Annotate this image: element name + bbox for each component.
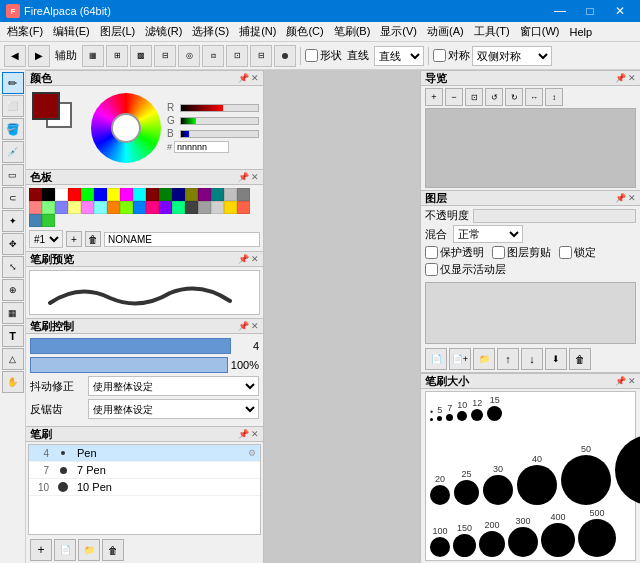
palette-cell[interactable] — [55, 188, 68, 201]
brush-size-item[interactable]: 100 — [430, 526, 450, 557]
palette-cell[interactable] — [133, 188, 146, 201]
brush-add-btn[interactable]: + — [30, 539, 52, 561]
toolbar-forward[interactable]: ▶ — [28, 45, 50, 67]
protect-transparency-cb[interactable]: 保护透明 — [425, 245, 484, 260]
color-close-btn[interactable]: ✕ — [251, 73, 259, 83]
antialias-select[interactable]: 使用整体设定 — [88, 399, 259, 419]
menu-edit[interactable]: 编辑(E) — [48, 23, 95, 40]
tool-eraser[interactable]: ⬜ — [2, 95, 24, 117]
brush-list-item[interactable]: 4 Pen ⚙ — [29, 445, 260, 462]
palette-cell[interactable] — [211, 201, 224, 214]
tool-magic[interactable]: ✦ — [2, 210, 24, 232]
toolbar-sym-check[interactable]: 对称 — [433, 48, 470, 63]
palette-cell[interactable] — [198, 188, 211, 201]
brush-new-btn[interactable]: 📄 — [54, 539, 76, 561]
maximize-button[interactable]: □ — [576, 0, 604, 22]
tool-hand[interactable]: ✋ — [2, 371, 24, 393]
lock-cb[interactable]: 锁定 — [559, 245, 596, 260]
palette-cell[interactable] — [29, 214, 42, 227]
brush-list-item[interactable]: 7 7 Pen — [29, 462, 260, 479]
palette-cell[interactable] — [94, 188, 107, 201]
hex-input[interactable]: nnnnnn — [174, 141, 229, 153]
palette-cell[interactable] — [198, 201, 211, 214]
nav-pin-btn[interactable]: 📌 — [615, 73, 626, 83]
brush-size-item[interactable]: 50 — [561, 444, 611, 505]
palette-cell[interactable] — [159, 188, 172, 201]
layer-up-btn[interactable]: ↑ — [497, 348, 519, 370]
palette-cell[interactable] — [29, 201, 42, 214]
menu-animate[interactable]: 动画(A) — [422, 23, 469, 40]
palette-cell[interactable] — [146, 201, 159, 214]
brush-list-item[interactable]: 10 10 Pen — [29, 479, 260, 496]
tool-fill[interactable]: 🪣 — [2, 118, 24, 140]
palette-cell[interactable] — [55, 201, 68, 214]
brush-size-item[interactable]: 30 — [483, 464, 513, 505]
palette-cell[interactable] — [172, 188, 185, 201]
brush-panel-buttons[interactable]: 📌 ✕ — [238, 429, 259, 439]
brush-ctrl-buttons[interactable]: 📌 ✕ — [238, 321, 259, 331]
color-pin-btn[interactable]: 📌 — [238, 73, 249, 83]
layer-folder-btn[interactable]: 📁 — [473, 348, 495, 370]
palette-cell[interactable] — [42, 201, 55, 214]
title-controls[interactable]: — □ ✕ — [546, 0, 634, 22]
layers-panel-buttons[interactable]: 📌 ✕ — [615, 193, 636, 203]
menu-color[interactable]: 颜色(C) — [281, 23, 328, 40]
tool-lasso[interactable]: ⊂ — [2, 187, 24, 209]
palette-add-btn[interactable]: + — [66, 231, 82, 247]
palette-cell[interactable] — [237, 201, 250, 214]
nav-close-btn[interactable]: ✕ — [628, 73, 636, 83]
bl-close-btn[interactable]: ✕ — [251, 429, 259, 439]
palette-cell[interactable] — [81, 188, 94, 201]
palette-cell[interactable] — [107, 188, 120, 201]
palette-cell[interactable] — [211, 188, 224, 201]
bc-pin-btn[interactable]: 📌 — [238, 321, 249, 331]
brush-size-item[interactable]: 5 — [437, 405, 442, 421]
brush-size-item[interactable]: 20 — [430, 474, 450, 505]
nav-zoom-in[interactable]: + — [425, 88, 443, 106]
clip-cb[interactable] — [492, 246, 505, 259]
brush-folder-btn[interactable]: 📁 — [78, 539, 100, 561]
palette-cell[interactable] — [120, 201, 133, 214]
bp-close-btn[interactable]: ✕ — [251, 254, 259, 264]
tool-select[interactable]: ▭ — [2, 164, 24, 186]
nav-rotate-right[interactable]: ↻ — [505, 88, 523, 106]
opacity-slider[interactable] — [473, 209, 636, 223]
toolbar-back[interactable]: ◀ — [4, 45, 26, 67]
fg-color-swatch[interactable] — [32, 92, 60, 120]
layer-clip-cb[interactable]: 图层剪贴 — [492, 245, 551, 260]
brush-delete-btn[interactable]: 🗑 — [102, 539, 124, 561]
menu-filter[interactable]: 滤镜(R) — [140, 23, 187, 40]
brush-size-item[interactable]: 25 — [454, 469, 479, 505]
layer-delete-btn[interactable]: 🗑 — [569, 348, 591, 370]
menu-help[interactable]: Help — [564, 25, 597, 39]
brush-size-item[interactable]: 10 — [457, 400, 467, 421]
brush-size-buttons[interactable]: 📌 ✕ — [615, 376, 636, 386]
blend-select[interactable]: 正常 — [453, 225, 523, 243]
tool-text[interactable]: T — [2, 325, 24, 347]
toolbar-ref[interactable]: ⧈ — [202, 45, 224, 67]
lp-close-btn[interactable]: ✕ — [628, 193, 636, 203]
bsp-pin-btn[interactable]: 📌 — [615, 376, 626, 386]
lp-pin-btn[interactable]: 📌 — [615, 193, 626, 203]
brush-size-item[interactable]: 70 — [615, 424, 640, 505]
close-button[interactable]: ✕ — [606, 0, 634, 22]
brush-size-item[interactable]: 12 — [471, 398, 483, 421]
toolbar-grid2[interactable]: ⊞ — [106, 45, 128, 67]
nav-zoom-out[interactable]: − — [445, 88, 463, 106]
palette-cell[interactable] — [29, 188, 42, 201]
palette-cell[interactable] — [42, 214, 55, 227]
brush-size-item[interactable]: 150 — [453, 523, 476, 557]
palette-close-btn[interactable]: ✕ — [251, 172, 259, 182]
bp-pin-btn[interactable]: 📌 — [238, 254, 249, 264]
brush-opacity-slider[interactable] — [30, 357, 228, 373]
brush-size-item[interactable]: 40 — [517, 454, 557, 505]
minimize-button[interactable]: — — [546, 0, 574, 22]
toolbar-grid3[interactable]: ▩ — [130, 45, 152, 67]
palette-cell[interactable] — [224, 201, 237, 214]
brush-size-item[interactable]: 7 — [446, 403, 453, 421]
menu-view[interactable]: 显示(V) — [375, 23, 422, 40]
tool-snap[interactable]: ⊕ — [2, 279, 24, 301]
menu-brush[interactable]: 笔刷(B) — [329, 23, 376, 40]
protect-cb[interactable] — [425, 246, 438, 259]
menu-snap[interactable]: 捕捉(N) — [234, 23, 281, 40]
